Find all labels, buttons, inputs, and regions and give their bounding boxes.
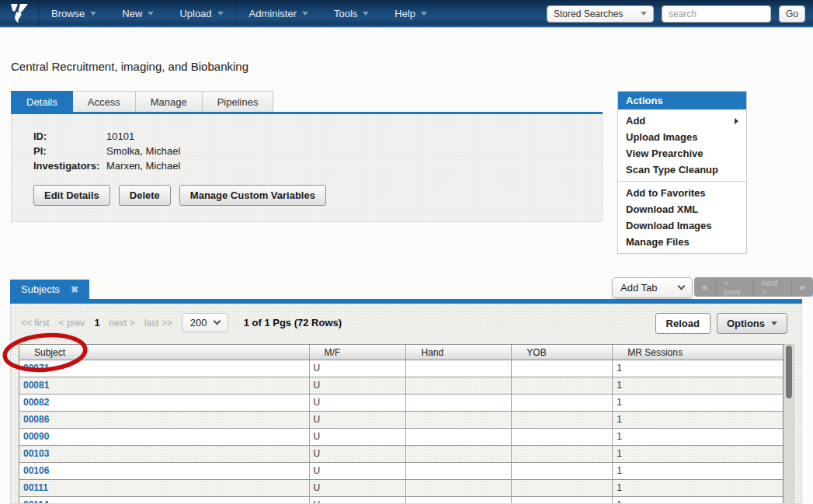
detail-row-investigators: Investigators: Marxen, Michael [33,158,602,173]
mf-cell: U [310,377,407,395]
subject-cell: 00071 [19,360,310,377]
subject-link[interactable]: 00106 [23,465,49,476]
action-item-add-to-favorites[interactable]: Add to Favorites [618,185,746,201]
last-page-link[interactable]: last >> [144,318,172,328]
action-item-label: Manage Files [626,236,690,248]
manage-custom-variables-button[interactable]: Manage Custom Variables [179,185,326,206]
action-item-label: Add to Favorites [626,187,706,199]
detail-buttons: Edit Details Delete Manage Custom Variab… [12,173,602,206]
nav-menu-new[interactable]: New [109,0,167,27]
table-row: 00111U1 [19,480,783,497]
tab-pager-prev-button[interactable]: < prev [716,277,754,297]
actions-group-1: AddUpload ImagesView PrearchiveScan Type… [618,109,746,181]
edit-details-button[interactable]: Edit Details [33,185,110,206]
yob-cell [512,412,613,429]
action-item-manage-files[interactable]: Manage Files [618,234,746,250]
field-label: PI: [33,144,106,158]
nav-menu-label: Administer [249,8,297,19]
table-row: 00106U1 [19,463,783,480]
nav-menu-browse[interactable]: Browse [39,0,109,27]
subject-cell: 00103 [19,446,310,463]
subject-link[interactable]: 00103 [23,448,49,459]
column-header-yob[interactable]: YOB [512,345,613,360]
hand-cell [406,480,512,497]
table-scrollbar[interactable] [783,344,794,504]
yob-cell [512,395,613,412]
tab-pager-first-button[interactable]: « [694,277,716,297]
hand-cell [406,360,512,377]
options-button[interactable]: Options [717,313,787,334]
subject-cell: 00114 [19,497,310,504]
detail-fields: ID: 10101 PI: Smolka, Michael Investigat… [12,114,602,173]
chevron-down-icon [678,283,686,290]
chevron-down-icon [90,12,96,16]
table-row: 00103U1 [19,446,783,463]
add-tab-button[interactable]: Add Tab [612,277,693,298]
xnat-logo[interactable] [0,0,39,27]
go-button[interactable]: Go [779,5,805,23]
table-scrollbar-thumb[interactable] [786,346,792,398]
field-label: ID: [33,129,106,144]
tab-pager-next-button[interactable]: next > [754,277,791,297]
table-row: 00086U1 [19,412,783,429]
search-input[interactable] [662,5,771,23]
action-item-download-xml[interactable]: Download XML [618,201,746,217]
action-item-view-prearchive[interactable]: View Prearchive [618,145,746,162]
tab-details[interactable]: Details [11,91,73,113]
subject-link[interactable]: 00086 [23,414,49,425]
action-item-add[interactable]: Add [618,113,746,129]
table-row: 00114U1 [19,497,783,504]
tab-access[interactable]: Access [73,91,136,113]
nav-menu-help[interactable]: Help [382,0,440,27]
yob-cell [512,360,613,377]
subject-link[interactable]: 00082 [23,397,49,408]
subject-link[interactable]: 00090 [23,431,49,442]
xnat-logo-icon [9,3,30,25]
nav-menu-upload[interactable]: Upload [167,0,236,27]
column-header-mr-sessions[interactable]: MR Sessions [613,345,783,360]
yob-cell [512,497,613,504]
nav-menu-administer[interactable]: Administer [237,0,321,27]
hand-cell [406,463,512,480]
reload-button[interactable]: Reload [655,313,711,334]
page-title: Central Recruitment, imaging, and Bioban… [11,60,248,73]
close-icon[interactable]: ✖ [71,285,78,294]
delete-button[interactable]: Delete [119,185,171,206]
action-item-upload-images[interactable]: Upload Images [618,129,746,145]
hand-cell [406,395,512,412]
actions-menu-header: Actions [618,92,746,109]
subjects-table-header: Subject M/F Hand YOB MR Sessions [19,345,783,360]
column-header-subject[interactable]: Subject [19,345,310,360]
subject-link[interactable]: 00114 [23,499,49,504]
column-header-hand[interactable]: Hand [406,345,512,360]
column-header-mf[interactable]: M/F [310,345,407,360]
table-row: 00082U1 [19,395,783,412]
subject-cell: 00090 [19,429,310,446]
subject-link[interactable]: 00071 [23,363,49,374]
pagination-bar: << first < prev 1 next > last >> 200 1 o… [21,313,342,332]
prev-page-link[interactable]: < prev [59,318,85,328]
tab-pager-last-button[interactable]: » [792,277,813,297]
subject-link[interactable]: 00111 [23,482,48,493]
action-item-scan-type-cleanup[interactable]: Scan Type Cleanup [618,162,746,178]
hand-cell [406,377,512,395]
tab-manage[interactable]: Manage [136,91,203,113]
first-page-link[interactable]: << first [21,318,50,328]
chevron-down-icon [771,322,777,325]
chevron-down-icon [148,12,154,16]
chevron-down-icon [641,12,647,16]
table-row: 00071U1 [19,360,783,377]
action-item-label: View Prearchive [626,148,704,159]
table-toolbar: Reload Options [655,313,787,334]
stored-searches-select[interactable]: Stored Searches [547,5,654,23]
page-size-select[interactable]: 200 [182,313,228,332]
hand-cell [406,429,512,446]
subjects-tab[interactable]: Subjects ✖ [10,280,89,299]
mf-cell: U [310,360,407,377]
nav-menu-tools[interactable]: Tools [321,0,382,27]
subject-link[interactable]: 00081 [23,380,49,391]
next-page-link[interactable]: next > [109,318,135,328]
subject-cell: 00081 [19,377,310,395]
tab-pipelines[interactable]: Pipelines [203,91,274,113]
action-item-download-images[interactable]: Download Images [618,217,746,234]
